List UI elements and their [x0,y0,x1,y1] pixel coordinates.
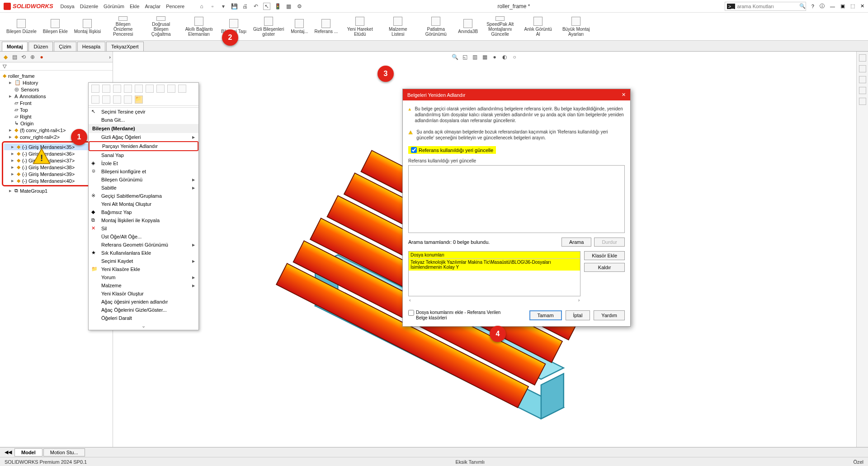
tree-tab-2-icon[interactable]: ▤ [11,53,18,61]
tree-tab-5-icon[interactable]: ● [38,53,45,61]
references-list[interactable] [408,165,625,233]
ctx-invert-selection[interactable]: ↖Seçimi Tersine çevir [89,108,198,116]
tab-tekyaz[interactable]: TekyazXpert [106,42,144,51]
motion-study-tab[interactable]: Motion Stu... [43,448,85,456]
scroll-right-icon[interactable]: › [578,297,580,303]
ribbon-btn-10[interactable]: Yeni Hareket Etüdü [341,14,378,38]
vp-zoom-icon[interactable]: 🔍 [451,53,458,61]
ribbon-btn-12[interactable]: Patlatma Görünümü [417,14,454,38]
vp-display-icon[interactable]: ● [491,53,498,61]
tab-duzen[interactable]: Düzen [28,42,53,51]
menu-pencere[interactable]: Pencere [166,4,184,9]
ctx-save-selection[interactable]: Seçimi Kaydet [89,257,198,265]
model-tab[interactable]: Model [14,448,42,456]
menu-araclar[interactable]: Araçlar [145,4,160,9]
ctx-new-subassy[interactable]: Yeni Alt Montaj Oluştur [89,200,198,208]
select-icon[interactable]: ↖ [263,3,270,10]
restore-icon[interactable]: ▣ [840,3,845,9]
ribbon-btn-13[interactable]: Anında3B [455,14,481,38]
ctx-make-independent[interactable]: ◆Bağımsız Yap [89,208,198,216]
info-icon[interactable]: ⓘ [820,3,825,10]
new-icon[interactable]: ▫ [209,3,216,10]
ctx-collapse[interactable]: Öğeleri Daralt [89,314,198,322]
home-icon[interactable]: ⌂ [198,3,205,10]
ctx-make-virtual[interactable]: Sanal Yap [89,151,198,159]
ctx-tool-4[interactable] [124,85,132,93]
menu-gorunum[interactable]: Görünüm [104,4,124,9]
rs-icon-5[interactable] [859,98,866,105]
ribbon-btn-5[interactable]: Akıllı Bağlantı Elemanları [180,14,217,38]
minimize-icon[interactable]: — [830,4,835,9]
help-button[interactable]: Yardım [594,310,625,320]
traffic-icon[interactable]: 🚦 [274,3,281,10]
ctx-tool-12[interactable] [113,95,121,104]
rs-icon-4[interactable] [859,87,866,94]
ctx-ref-geom-view[interactable]: Referans Geometri Görünümü [89,241,198,249]
search-box[interactable]: >_ 🔍 [725,2,806,11]
filter-icon[interactable]: ▽ [3,63,6,69]
remove-button[interactable]: Kaldır [584,263,625,272]
open-icon[interactable]: ▾ [220,3,227,10]
ctx-temp-fix[interactable]: ※Geçiçi Sabitleme/Gruplama [89,192,198,200]
tree-tab-3-icon[interactable]: ⟲ [20,53,27,61]
menu-dosya[interactable]: Dosya [61,4,75,9]
rs-icon-3[interactable] [859,76,866,83]
ctx-parent-child[interactable]: Üst Öğe/Alt Öğe... [89,233,198,241]
ctx-comment[interactable]: Yorum [89,273,198,281]
close-icon[interactable]: ✕ [860,3,864,9]
btab-prev-icon[interactable]: ◀◀ [2,449,14,455]
ctx-tool-8[interactable] [167,85,175,93]
ribbon-btn-3[interactable]: Bileşen Önizleme Penceresi [104,14,142,38]
ribbon-btn-7[interactable]: Gizli Bileşenleri göster [250,14,287,38]
ctx-hidden-tree[interactable]: Gizli Ağaç Öğeleri [89,133,198,141]
ctx-isolate[interactable]: ◈İzole Et [89,159,198,167]
settings-icon[interactable]: ⚙ [296,3,303,10]
menu-duzenle[interactable]: Düzenle [80,4,98,9]
ribbon-btn-1[interactable]: Bileşen Ekle [40,14,71,38]
ctx-rename-tree[interactable]: Ağaç öğesini yeniden adlandır [89,298,198,306]
ctx-tool-5[interactable] [135,85,143,93]
cancel-button[interactable]: İptal [566,310,590,320]
maximize-icon[interactable]: ⬚ [850,3,855,9]
tree-root[interactable]: ◆roller_frame [2,72,111,79]
ctx-configure[interactable]: ⛭Bileşeni konfigüre et [89,167,198,176]
ctx-copy-with-mates[interactable]: ⧉Montaj İlişkileri ile Kopyala [89,216,198,224]
search-icon[interactable]: 🔍 [799,3,806,9]
dialog-close-icon[interactable]: ✕ [622,92,626,98]
vp-hidden-icon[interactable]: ○ [511,53,518,61]
ctx-tool-folder[interactable]: 📁 [135,95,143,104]
vp-view-icon[interactable]: ▦ [481,53,488,61]
print-icon[interactable]: 🖨 [241,3,249,10]
ribbon-btn-14[interactable]: SpeedPak Alt Montajlarını Güncelle [481,14,519,38]
save-icon[interactable]: 💾 [231,3,238,10]
ok-button[interactable]: Tamam [529,310,562,320]
file-loc-item[interactable]: Tekyaz Teknolojik Yazılımlar Makina Tic\… [409,259,580,271]
ctx-tool-13[interactable] [124,95,132,104]
tab-cizim[interactable]: Çizim [54,42,76,51]
vp-section-icon[interactable]: ▥ [471,53,478,61]
ctx-material[interactable]: Malzeme [89,281,198,290]
ctx-more-icon[interactable]: ⌄ [89,322,198,330]
undo-icon[interactable]: ↶ [252,3,259,10]
ctx-add-to-folder[interactable]: 📁Yeni Klasöre Ekle [89,265,198,273]
ctx-rename-part[interactable]: Parçayı Yeniden Adlandır [89,141,198,151]
tab-montaj[interactable]: Montaj [2,42,28,51]
collapse-icon[interactable]: › [109,54,111,60]
ctx-tool-7[interactable] [156,85,165,93]
file-locations-box[interactable]: Dosya konumları Tekyaz Teknolojik Yazılı… [408,251,580,296]
tree-tab-1-icon[interactable]: ◆ [2,53,9,61]
ctx-fix[interactable]: Sabitle [89,184,198,192]
ctx-component-view[interactable]: Bileşen Görünümü [89,176,198,184]
add-file-locations-input[interactable] [408,310,414,316]
ctx-hide-show-tree[interactable]: Ağaç Öğelerini Gizle/Göster... [89,306,198,314]
ribbon-btn-4[interactable]: Doğrusal Bileşen Çoğaltma [142,14,179,38]
update-references-input[interactable] [411,147,417,153]
ctx-tool-10[interactable] [91,95,99,104]
ctx-tool-9[interactable] [178,85,186,93]
search-input[interactable] [737,4,799,9]
ctx-add-fav[interactable]: ★Sık Kullanılanlara Ekle [89,249,198,257]
add-folder-button[interactable]: Klasör Ekle [584,251,625,260]
ctx-delete[interactable]: ✕Sil [89,224,198,233]
ctx-tool-1[interactable] [91,85,99,93]
rs-icon-2[interactable] [859,65,866,72]
